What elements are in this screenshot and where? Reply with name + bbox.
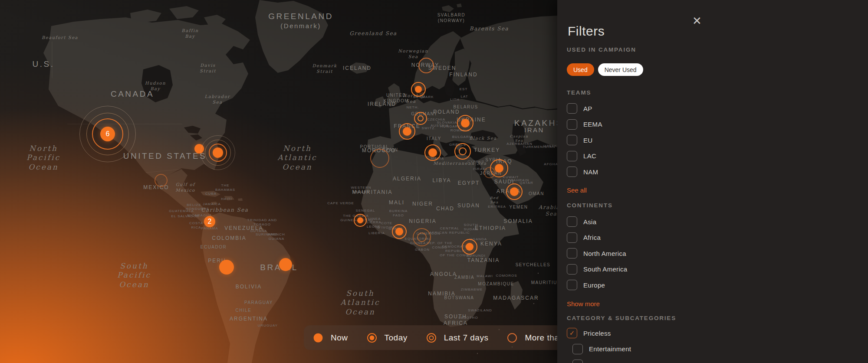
filters-panel: Filters ✕ USED IN CAMPAIGN UsedNever Use… xyxy=(557,0,868,363)
panel-title: Filters xyxy=(568,24,605,39)
checkbox-label: NAM xyxy=(583,168,598,176)
marker-ring xyxy=(454,143,471,160)
marker-ring xyxy=(484,167,495,178)
close-icon[interactable]: ✕ xyxy=(689,13,705,29)
checkbox-icon[interactable] xyxy=(567,151,577,161)
team-eu[interactable]: EU xyxy=(567,134,851,146)
continent-africa[interactable]: Africa xyxy=(567,232,851,243)
marker-ring xyxy=(370,149,389,168)
marker-ring xyxy=(414,112,427,125)
marker-dot-icon xyxy=(415,86,422,93)
map-marker-today[interactable] xyxy=(357,217,363,223)
marker-count: 6 xyxy=(100,127,115,141)
map-marker-today[interactable] xyxy=(466,243,473,251)
continent-europe[interactable]: Europe xyxy=(567,279,851,291)
marker-dot-icon xyxy=(495,164,503,173)
app-window: U.S.CANADAUNITED STATESGREENLAND(Denmark… xyxy=(0,0,868,363)
section-continents: CONTINENTS AsiaAfricaNorth AmericaSouth … xyxy=(567,202,851,308)
legend-item-now: Now xyxy=(313,333,348,343)
map-marker-now[interactable] xyxy=(219,260,234,275)
checkbox-icon[interactable]: ✓ xyxy=(567,328,577,338)
legend-label: More than 7 days ago xyxy=(525,333,559,343)
checkbox-icon[interactable] xyxy=(567,216,577,227)
checkbox-label: EEMA xyxy=(583,121,602,128)
map-marker-today[interactable] xyxy=(415,86,422,93)
team-nam[interactable]: NAM xyxy=(567,166,851,177)
team-lac[interactable]: LAC xyxy=(567,150,851,162)
checkbox-label: North America xyxy=(583,250,626,257)
marker-dot-icon xyxy=(395,228,403,235)
checkbox-label: Europe xyxy=(583,281,605,289)
checkbox-label: EU xyxy=(583,137,592,144)
section-categories: CATEGORY & SUBCATEGORIES ✓PricelessEnter… xyxy=(567,314,851,363)
checkbox-icon[interactable] xyxy=(567,167,577,177)
checkbox-label: Entertainment xyxy=(589,345,631,353)
section-used-in-campaign: USED IN CAMPAIGN UsedNever Used xyxy=(567,46,851,76)
legend-label: Today xyxy=(385,333,408,343)
marker-dot-icon xyxy=(403,127,411,136)
marker-dot-icon xyxy=(357,217,363,223)
category-priceless[interactable]: ✓Priceless xyxy=(567,327,851,339)
map-marker-now[interactable]: 2 xyxy=(204,216,215,227)
checkbox-label: AP xyxy=(583,105,592,112)
map-marker-today[interactable] xyxy=(428,148,437,157)
checkbox-icon[interactable] xyxy=(567,103,577,114)
marker-dot-icon xyxy=(428,148,437,157)
map-marker-today[interactable] xyxy=(495,164,503,173)
checkbox-icon[interactable] xyxy=(572,360,583,363)
legend-item-last7: Last 7 days xyxy=(427,333,489,343)
marker-dot-icon xyxy=(279,258,292,271)
checkbox-icon[interactable] xyxy=(567,232,577,243)
marker-dot-icon xyxy=(219,260,234,275)
checkbox-icon[interactable] xyxy=(567,119,577,130)
continent-asia[interactable]: Asia xyxy=(567,216,851,227)
marker-dot-icon xyxy=(510,187,519,196)
last7-marker-icon xyxy=(427,333,436,343)
checkbox-icon[interactable] xyxy=(572,344,583,354)
checkbox-label: Priceless xyxy=(583,330,611,337)
marker-count: 2 xyxy=(204,216,215,227)
checkbox-label: Asia xyxy=(583,218,596,226)
checkbox-label: South America xyxy=(583,265,627,273)
category-partial[interactable] xyxy=(572,359,851,363)
marker-ring xyxy=(418,58,434,73)
category-entertainment[interactable]: Entertainment xyxy=(572,343,851,355)
today-marker-icon xyxy=(367,333,377,343)
checkbox-label: LAC xyxy=(583,152,596,160)
continent-south-america[interactable]: South America xyxy=(567,264,851,275)
map-marker-now[interactable] xyxy=(213,147,223,158)
section-title: CATEGORY & SUBCATEGORIES xyxy=(567,314,851,322)
map-legend: NowTodayLast 7 daysMore than 7 days ago xyxy=(304,325,559,350)
pill-used[interactable]: Used xyxy=(567,63,594,76)
map-marker-today[interactable] xyxy=(461,119,470,128)
legend-item-older: More than 7 days ago xyxy=(507,333,559,343)
legend-item-today: Today xyxy=(367,333,408,343)
continent-north-america[interactable]: North America xyxy=(567,248,851,259)
checkbox-icon[interactable] xyxy=(567,280,577,290)
checkbox-label: Africa xyxy=(583,234,601,241)
marker-dot-icon xyxy=(466,243,473,251)
map-marker-now[interactable]: 6 xyxy=(100,127,115,141)
map-marker-today[interactable] xyxy=(403,127,411,136)
checkbox-icon[interactable] xyxy=(567,248,577,258)
map-marker-today[interactable] xyxy=(395,228,403,235)
section-teams: TEAMS APEEMAEULACNAM See all xyxy=(567,89,851,194)
marker-ring xyxy=(155,174,168,187)
see-all-link[interactable]: See all xyxy=(567,186,587,194)
marker-dot-icon xyxy=(213,147,223,158)
checkbox-icon[interactable] xyxy=(567,264,577,275)
legend-label: Last 7 days xyxy=(444,333,489,343)
pill-never-used[interactable]: Never Used xyxy=(598,63,643,76)
campaign-pills: UsedNever Used xyxy=(567,63,851,76)
marker-ring xyxy=(413,228,431,246)
show-more-link[interactable]: Show more xyxy=(567,300,600,307)
team-eema[interactable]: EEMA xyxy=(567,119,851,130)
map-marker-now[interactable] xyxy=(279,258,292,271)
section-title: TEAMS xyxy=(567,89,851,96)
map-marker-today[interactable] xyxy=(510,187,519,196)
older-marker-icon xyxy=(507,333,517,343)
map-landmass xyxy=(0,0,559,363)
team-ap[interactable]: AP xyxy=(567,103,851,114)
world-map[interactable]: U.S.CANADAUNITED STATESGREENLAND(Denmark… xyxy=(0,0,559,363)
checkbox-icon[interactable] xyxy=(567,135,577,145)
